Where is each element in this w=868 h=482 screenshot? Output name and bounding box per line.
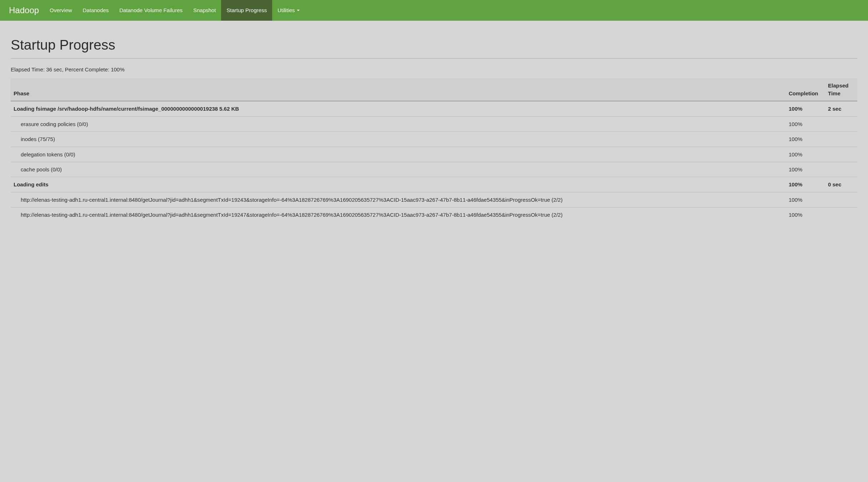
nav-link-overview[interactable]: Overview	[44, 0, 78, 21]
phase-cell: delegation tokens (0/0)	[11, 147, 786, 162]
table-row: erasure coding policies (0/0) 100%	[11, 116, 857, 131]
phase-cell: Loading edits	[11, 177, 786, 192]
elapsed-cell	[825, 132, 857, 147]
nav-link-utilities[interactable]: Utilities	[272, 0, 305, 21]
phase-cell: http://elenas-testing-adh1.ru-central1.i…	[11, 192, 786, 207]
table-row: Loading fsimage /srv/hadoop-hdfs/name/cu…	[11, 101, 857, 116]
top-navbar: Hadoop Overview Datanodes Datanode Volum…	[0, 0, 868, 21]
summary-line: Elapsed Time: 36 sec, Percent Complete: …	[11, 66, 857, 73]
nav-item-datanodes: Datanodes	[78, 0, 114, 21]
elapsed-cell	[825, 207, 857, 222]
page-title: Startup Progress	[11, 35, 857, 55]
nav-link-datanode-volume-failures[interactable]: Datanode Volume Failures	[114, 0, 188, 21]
main-container: Startup Progress Elapsed Time: 36 sec, P…	[0, 35, 868, 222]
table-row: http://elenas-testing-adh1.ru-central1.i…	[11, 192, 857, 207]
completion-cell: 100%	[786, 207, 825, 222]
brand-link[interactable]: Hadoop	[5, 0, 44, 21]
nav-link-datanodes[interactable]: Datanodes	[78, 0, 114, 21]
phase-cell: http://elenas-testing-adh1.ru-central1.i…	[11, 207, 786, 222]
completion-cell: 100%	[786, 147, 825, 162]
elapsed-cell: 0 sec	[825, 177, 857, 192]
nav-link-snapshot[interactable]: Snapshot	[188, 0, 221, 21]
elapsed-cell	[825, 147, 857, 162]
table-row: delegation tokens (0/0) 100%	[11, 147, 857, 162]
completion-cell: 100%	[786, 101, 825, 116]
chevron-down-icon	[297, 10, 300, 11]
nav-item-overview: Overview	[44, 0, 78, 21]
nav-list: Overview Datanodes Datanode Volume Failu…	[44, 0, 305, 21]
col-header-completion: Completion	[786, 78, 825, 101]
completion-cell: 100%	[786, 162, 825, 177]
completion-cell: 100%	[786, 132, 825, 147]
table-row: inodes (75/75) 100%	[11, 132, 857, 147]
col-header-elapsed-time: Elapsed Time	[825, 78, 857, 101]
elapsed-cell	[825, 162, 857, 177]
nav-item-snapshot: Snapshot	[188, 0, 221, 21]
nav-link-startup-progress[interactable]: Startup Progress	[221, 0, 272, 21]
completion-cell: 100%	[786, 116, 825, 131]
phase-cell: cache pools (0/0)	[11, 162, 786, 177]
nav-item-startup-progress: Startup Progress	[221, 0, 272, 21]
elapsed-cell: 2 sec	[825, 101, 857, 116]
nav-link-utilities-label: Utilities	[278, 6, 295, 14]
nav-item-utilities: Utilities	[272, 0, 305, 21]
table-body: Loading fsimage /srv/hadoop-hdfs/name/cu…	[11, 101, 857, 222]
elapsed-cell	[825, 116, 857, 131]
nav-item-datanode-volume-failures: Datanode Volume Failures	[114, 0, 188, 21]
startup-progress-table: Phase Completion Elapsed Time Loading fs…	[11, 78, 857, 222]
table-row: http://elenas-testing-adh1.ru-central1.i…	[11, 207, 857, 222]
elapsed-cell	[825, 192, 857, 207]
completion-cell: 100%	[786, 192, 825, 207]
table-header-row: Phase Completion Elapsed Time	[11, 78, 857, 101]
phase-cell: erasure coding policies (0/0)	[11, 116, 786, 131]
phase-cell: inodes (75/75)	[11, 132, 786, 147]
col-header-phase: Phase	[11, 78, 786, 101]
table-row: cache pools (0/0) 100%	[11, 162, 857, 177]
completion-cell: 100%	[786, 177, 825, 192]
page-header: Startup Progress	[11, 35, 857, 59]
table-row: Loading edits 100% 0 sec	[11, 177, 857, 192]
phase-cell: Loading fsimage /srv/hadoop-hdfs/name/cu…	[11, 101, 786, 116]
